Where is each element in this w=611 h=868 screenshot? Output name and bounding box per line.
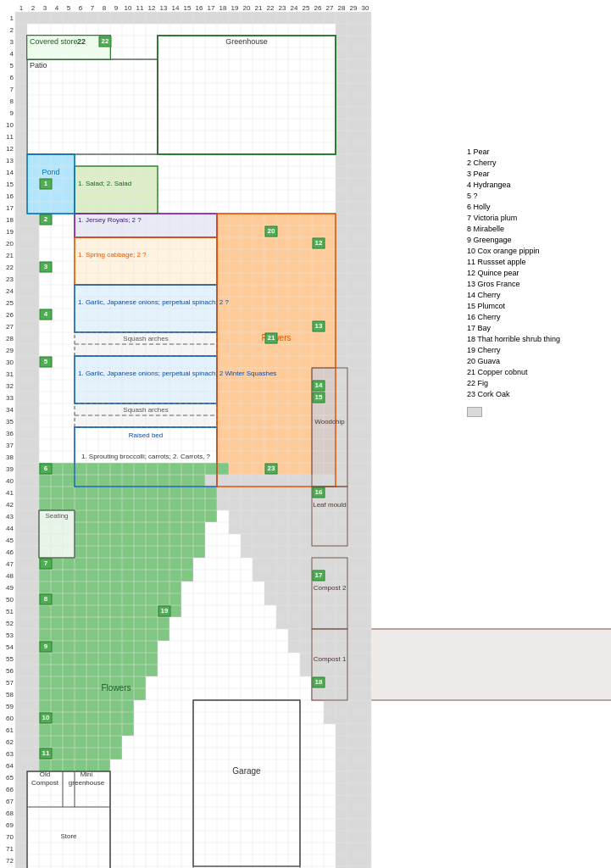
legend-item: 23 Cork Oak [467, 389, 607, 400]
legend-item: 15 Plumcot [467, 301, 607, 312]
legend-item: 5 ? [467, 191, 607, 202]
legend-item: 1 Pear [467, 147, 607, 158]
legend-item: 21 Copper cobnut [467, 367, 607, 378]
legend-path [467, 407, 607, 417]
legend-item: 8 Mirabelle [467, 224, 607, 235]
legend-item: 2 Cherry [467, 158, 607, 169]
legend-item: 19 Cherry [467, 345, 607, 356]
legend: 1 Pear2 Cherry3 Pear4 Hydrangea5 ?6 Holl… [467, 144, 607, 417]
legend-item: 4 Hydrangea [467, 180, 607, 191]
legend-item: 10 Cox orange pippin [467, 246, 607, 257]
legend-item: 16 Cherry [467, 312, 607, 323]
legend-item: 9 Greengage [467, 235, 607, 246]
legend-item: 22 Fig [467, 378, 607, 389]
legend-item: 11 Russset apple [467, 257, 607, 268]
legend-item: 12 Quince pear [467, 268, 607, 279]
legend-item: 7 Victoria plum [467, 213, 607, 224]
legend-item: 18 That horrible shrub thing [467, 334, 607, 345]
legend-items: 1 Pear2 Cherry3 Pear4 Hydrangea5 ?6 Holl… [467, 147, 607, 400]
garden-map: 1 Pear2 Cherry3 Pear4 Hydrangea5 ?6 Holl… [0, 0, 611, 868]
path-color-box [467, 407, 482, 417]
legend-item: 13 Gros France [467, 279, 607, 290]
legend-item: 14 Cherry [467, 290, 607, 301]
legend-item: 3 Pear [467, 169, 607, 180]
legend-item: 20 Guava [467, 356, 607, 367]
legend-item: 6 Holly [467, 202, 607, 213]
legend-item: 17 Bay [467, 323, 607, 334]
